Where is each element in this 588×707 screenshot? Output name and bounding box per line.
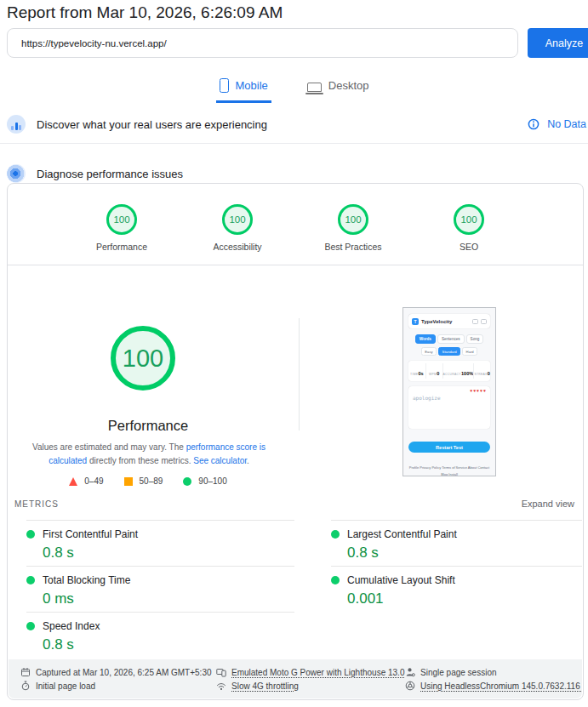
pagespeed-report: Report from Mar 10, 2026, 6:26:09 AM Ana…	[0, 0, 588, 707]
footer-throttling-text[interactable]: Slow 4G throttling	[231, 681, 299, 691]
thumb-links-line1: Profile Privacy Policy Terms of Service …	[408, 465, 490, 471]
thumb-stat-accuracy-label: ACCURACY	[443, 373, 461, 376]
thumb-stat-accuracy-value: 100%	[461, 371, 473, 376]
final-screenshot-thumbnail[interactable]: T TypeVelocity Words Sentences Song Easy…	[402, 307, 496, 476]
score-best-practices[interactable]: 100 Best Practices	[317, 204, 390, 252]
legend-pass: 90–100	[183, 476, 226, 486]
url-input[interactable]	[7, 28, 518, 58]
metric-pass-dot-icon	[331, 576, 340, 584]
score-seo-value: 100	[454, 204, 484, 235]
see-calculator-link[interactable]: See calculator	[193, 456, 247, 465]
metric-pass-dot-icon	[26, 530, 35, 539]
score-best-practices-label: Best Practices	[324, 242, 381, 252]
thumb-stat-streak-label: STREAK	[474, 373, 487, 376]
tab-desktop-label: Desktop	[328, 79, 369, 92]
devices-icon	[216, 667, 226, 677]
legend-fail-range: 0–49	[84, 476, 103, 486]
metric-speed-index: Speed Index 0.8 s	[26, 612, 294, 658]
thumb-stat-time-value: 0s	[418, 371, 423, 376]
thumb-lives-hearts-icon: ♥♥♥♥♥	[470, 388, 487, 393]
metric-first-contentful-paint: First Contentful Paint 0.8 s	[26, 520, 294, 566]
calendar-icon	[20, 667, 31, 677]
score-accessibility[interactable]: 100 Accessibility	[201, 204, 274, 252]
stopwatch-icon	[20, 681, 31, 691]
score-performance-label: Performance	[96, 242, 147, 252]
metrics-heading: METRICS	[14, 499, 59, 509]
no-data-status: No Data	[528, 111, 586, 137]
metric-pass-dot-icon	[26, 622, 35, 630]
metric-tbt-name: Total Blocking Time	[43, 574, 130, 586]
metric-lcp-name: Largest Contentful Paint	[347, 528, 457, 540]
metric-cls-value: 0.001	[347, 590, 582, 607]
no-data-label: No Data	[547, 118, 586, 130]
thumb-tab-sentences: Sentences	[437, 334, 465, 344]
tab-desktop[interactable]: Desktop	[304, 73, 373, 103]
disclaimer-text-1: Values are estimated and may vary. The	[32, 442, 186, 452]
score-performance[interactable]: 100 Performance	[85, 204, 158, 252]
footer-captured-text: Captured at Mar 10, 2026, 6:25 AM GMT+5:…	[36, 668, 212, 677]
score-best-practices-value: 100	[338, 204, 368, 235]
metric-fcp-name: First Contentful Paint	[43, 528, 138, 540]
disclaimer-text-2: directly from these metrics.	[87, 456, 193, 465]
score-seo-label: SEO	[460, 242, 478, 252]
expand-view-button[interactable]: Expand view	[522, 499, 574, 509]
performance-gauge: 100	[111, 326, 175, 391]
lighthouse-report-card: 100 Performance 100 Accessibility 100 Be…	[7, 183, 584, 700]
section-divider	[0, 143, 588, 144]
footer-throttling: Slow 4G throttling	[216, 679, 405, 693]
thumb-stat-streak-value: 0	[488, 371, 490, 376]
score-legend: 0–49 50–89 90–100	[33, 476, 263, 486]
chrome-icon	[405, 681, 415, 691]
thumb-mode-hard: Hard	[462, 347, 477, 356]
legend-average: 50–89	[124, 476, 163, 486]
footer-session: Single page session	[405, 665, 582, 679]
footer-emulated-device: Emulated Moto G Power with Lighthouse 13…	[216, 665, 405, 679]
mobile-phone-icon	[220, 78, 229, 93]
thumb-tab-words: Words	[415, 334, 436, 344]
metric-cumulative-layout-shift: Cumulative Layout Shift 0.001	[331, 566, 582, 612]
thumb-stat-time-label: TIME	[410, 373, 418, 376]
tab-mobile-label: Mobile	[236, 79, 268, 92]
metrics-header: METRICS Expand view	[14, 499, 574, 509]
metric-si-name: Speed Index	[43, 620, 100, 632]
thumb-header-button-1	[472, 319, 478, 324]
lab-data-icon	[7, 164, 26, 183]
thumb-app-logo: T	[412, 318, 419, 325]
average-square-icon	[124, 477, 133, 486]
thumb-header-button-2	[481, 319, 487, 324]
discover-section-row[interactable]: Discover what your real users are experi…	[7, 111, 588, 137]
disclaimer-text-3: .	[247, 456, 249, 465]
metric-tbt-value: 0 ms	[43, 590, 294, 607]
thumb-restart-button: Restart Test	[408, 442, 490, 453]
score-disclaimer: Values are estimated and may vary. The p…	[14, 441, 283, 467]
score-accessibility-value: 100	[222, 204, 253, 235]
legend-pass-range: 90–100	[198, 476, 226, 486]
metric-lcp-value: 0.8 s	[347, 545, 582, 562]
column-divider	[299, 318, 300, 430]
thumb-stats-bar: TIME0s WPM0 ACCURACY100% STREAK0	[408, 361, 490, 381]
tab-mobile[interactable]: Mobile	[216, 73, 271, 103]
footer-initial-load-text: Initial page load	[36, 681, 95, 691]
category-scores: 100 Performance 100 Accessibility 100 Be…	[8, 204, 583, 252]
thumb-mode-easy: Easy	[421, 347, 437, 356]
footer-initial-load: Initial page load	[20, 679, 216, 693]
info-icon[interactable]	[528, 118, 539, 130]
thumb-difficulty-row: Easy Standard Hard	[408, 347, 490, 356]
thumb-mode-standard: Standard	[438, 347, 460, 356]
thumb-stat-wpm-label: WPM	[429, 373, 437, 376]
metric-largest-contentful-paint: Largest Contentful Paint 0.8 s	[331, 520, 582, 566]
pass-circle-icon	[183, 477, 191, 486]
metric-total-blocking-time: Total Blocking Time 0 ms	[26, 566, 294, 612]
score-seo[interactable]: 100 SEO	[432, 204, 505, 252]
diagnose-title: Diagnose performance issues	[37, 168, 183, 180]
footer-captured: Captured at Mar 10, 2026, 6:25 AM GMT+5:…	[20, 665, 216, 679]
analyze-button[interactable]: Analyze	[528, 28, 588, 58]
score-accessibility-label: Accessibility	[213, 242, 261, 252]
thumb-app-brand: TypeVelocity	[421, 319, 470, 324]
footer-emulated-text[interactable]: Emulated Moto G Power with Lighthouse 13…	[231, 668, 405, 677]
thumb-app-header: T TypeVelocity	[408, 314, 490, 328]
footer-chromium-text[interactable]: Using HeadlessChromium 145.0.7632.116 wi…	[420, 681, 582, 691]
device-tabs: Mobile Desktop	[0, 73, 588, 103]
metric-cls-name: Cumulative Layout Shift	[347, 574, 455, 586]
legend-fail: 0–49	[69, 476, 103, 486]
